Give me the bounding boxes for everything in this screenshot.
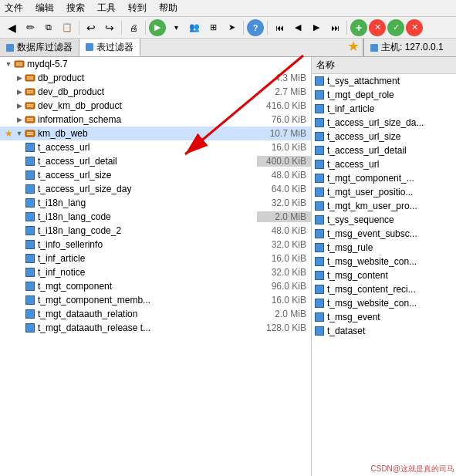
tree-item-t_access_url_detail[interactable]: t_access_url_detail 400.0 KiB — [0, 154, 311, 168]
toolbar-users-btn[interactable]: 👥 — [186, 19, 203, 36]
icon-t_inf_article — [25, 253, 35, 264]
toolbar-redo-btn[interactable]: ↪ — [101, 19, 118, 36]
right-item-t_inf_article[interactable]: t_inf_article — [312, 102, 456, 116]
right-item-icon — [315, 118, 324, 127]
tab-db-filter[interactable]: 数据库过滤器 — [0, 39, 79, 56]
toolbar-print-btn[interactable]: 🖨 — [125, 19, 142, 36]
tree-root[interactable]: ▼ mydql-5.7 — [0, 57, 311, 71]
right-item-t_access_url_size_da[interactable]: t_access_url_size_da... — [312, 116, 456, 130]
label-t_inf_notice: t_inf_notice — [38, 267, 257, 278]
tree-item-db_product[interactable]: ▶ db_product 4.3 MiB — [0, 71, 311, 85]
toolbar-paste-btn[interactable]: 📋 — [59, 19, 76, 36]
right-item-t_mgt_user_positio[interactable]: t_mgt_user_positio... — [312, 185, 456, 199]
right-item-t_mgt_km_user_pro[interactable]: t_mgt_km_user_pro... — [312, 199, 456, 213]
tree-item-t_info_sellerinfo[interactable]: t_info_sellerinfo 32.0 KiB — [0, 238, 311, 252]
tree-item-t_i18n_lang[interactable]: t_i18n_lang 32.0 KiB — [0, 196, 311, 210]
right-item-t_mgt_dept_role[interactable]: t_mgt_dept_role — [312, 88, 456, 102]
svg-rect-2 — [16, 65, 22, 66]
right-item-t_mgt_component_[interactable]: t_mgt_component_... — [312, 171, 456, 185]
toolbar-remove-btn[interactable]: ✕ — [369, 19, 386, 36]
right-item-t_msg_website_con2[interactable]: t_msg_website_con... — [312, 296, 456, 310]
right-item-label: t_sys_attachment — [327, 76, 400, 86]
tab-table-filter[interactable]: 表过滤器 — [79, 39, 140, 56]
size-t_mgt_component: 96.0 KiB — [257, 281, 311, 292]
tree-item-t_access_url_size_day[interactable]: t_access_url_size_day 64.0 KiB — [0, 182, 311, 196]
toggle-km_db_web[interactable]: ▼ — [14, 128, 25, 139]
tree-item-dev_db_product[interactable]: ▶ dev_db_product 2.7 MiB — [0, 85, 311, 99]
toolbar-dropdown-btn[interactable]: ▾ — [167, 19, 184, 36]
tab-table-filter-label: 表过滤器 — [96, 41, 133, 54]
right-item-icon — [315, 229, 324, 238]
toolbar-undo-btn[interactable]: ↩ — [83, 19, 100, 36]
toolbar-nav-prev-btn[interactable]: ◀ — [289, 19, 306, 36]
toolbar-nav-first-btn[interactable]: ⏮ — [271, 19, 288, 36]
tree-item-t_mgt_component_memb[interactable]: t_mgt_component_memb... 16.0 KiB — [0, 293, 311, 307]
toolbar-nav-last-btn[interactable]: ⏭ — [326, 19, 343, 36]
menu-help[interactable]: 帮助 — [157, 2, 179, 15]
tree-item-t_mgt_dataauth_release_t[interactable]: t_mgt_dataauth_release t... 128.0 KiB — [0, 321, 311, 335]
toolbar-close-btn[interactable]: ✕ — [406, 19, 423, 36]
toggle-information_schema[interactable]: ▶ — [14, 114, 25, 125]
right-item-t_msg_website_con[interactable]: t_msg_website_con... — [312, 255, 456, 268]
tree-item-t_access_url_size[interactable]: t_access_url_size 48.0 KiB — [0, 168, 311, 182]
icon-t_inf_notice — [25, 267, 35, 278]
toggle-dev_km_db_product[interactable]: ▶ — [14, 100, 25, 111]
right-item-t_sys_attachment[interactable]: t_sys_attachment — [312, 74, 456, 88]
host-text: 主机: 127.0.0.1 — [381, 41, 444, 54]
tree-item-km_db_web[interactable]: ★ ▼ km_db_web 10.7 MiB — [0, 127, 311, 140]
tree-item-t_inf_notice[interactable]: t_inf_notice 32.0 KiB — [0, 265, 311, 279]
menu-tools[interactable]: 工具 — [96, 2, 117, 15]
toolbar-pencil-btn[interactable]: ✏ — [22, 19, 39, 36]
right-item-t_msg_content_reci[interactable]: t_msg_content_reci... — [312, 282, 456, 296]
root-icon — [14, 59, 25, 69]
icon-t_access_url — [25, 142, 35, 153]
right-item-t_access_url_detail[interactable]: t_access_url_detail — [312, 143, 456, 157]
tree-item-t_i18n_lang_code[interactable]: t_i18n_lang_code 2.0 MiB — [0, 210, 311, 224]
right-item-t_msg_event_subsc[interactable]: t_msg_event_subsc... — [312, 227, 456, 241]
sep4 — [243, 21, 244, 35]
icon-t_access_url_size — [25, 170, 35, 181]
toggle-dev_db_product[interactable]: ▶ — [14, 86, 25, 97]
toolbar-play-btn[interactable]: ▶ — [149, 19, 166, 36]
tree-item-information_schema[interactable]: ▶ information_schema 76.0 KiB — [0, 113, 311, 127]
tab-star-icon[interactable]: ★ — [344, 37, 363, 55]
tree-item-t_mgt_dataauth_relation[interactable]: t_mgt_dataauth_relation 2.0 MiB — [0, 307, 311, 321]
tree-item-t_mgt_component[interactable]: t_mgt_component 96.0 KiB — [0, 279, 311, 293]
tree-item-t_inf_article[interactable]: t_inf_article 16.0 KiB — [0, 252, 311, 265]
toolbar-nav-next-btn[interactable]: ▶ — [308, 19, 325, 36]
icon-t_access_url_detail — [25, 156, 35, 167]
toggle-db_product[interactable]: ▶ — [14, 73, 25, 83]
right-item-t_dataset[interactable]: t_dataset — [312, 324, 456, 338]
icon-db_product — [25, 73, 35, 83]
menu-edit[interactable]: 编辑 — [34, 2, 56, 15]
toolbar-arrow-btn[interactable]: ◀ — [3, 19, 20, 36]
tree-item-dev_km_db_product[interactable]: ▶ dev_km_db_product 416.0 KiB — [0, 99, 311, 113]
right-item-t_access_url[interactable]: t_access_url — [312, 157, 456, 171]
toolbar-add-btn[interactable]: + — [350, 19, 367, 36]
right-item-t_sys_sequence[interactable]: t_sys_sequence — [312, 213, 456, 227]
right-list[interactable]: t_sys_attachment t_mgt_dept_role t_inf_a… — [312, 74, 456, 476]
menu-goto[interactable]: 转到 — [127, 2, 148, 15]
svg-rect-16 — [27, 132, 33, 133]
host-icon — [370, 44, 378, 52]
right-item-t_msg_event[interactable]: t_msg_event — [312, 310, 456, 324]
sep5 — [267, 21, 268, 35]
menu-search[interactable]: 搜索 — [65, 2, 86, 15]
tree-area[interactable]: ▼ mydql-5.7 ▶ db_product 4.3 MiB ▶ — [0, 57, 311, 476]
label-dev_db_product: dev_db_product — [38, 86, 257, 97]
tab-bar-area: 数据库过滤器 表过滤器 ★ 主机: 127.0.0.1 — [0, 39, 456, 57]
toolbar-help-btn[interactable]: ? — [247, 19, 264, 36]
icon-dev_km_db_product — [25, 100, 35, 111]
right-item-t_msg_content[interactable]: t_msg_content — [312, 268, 456, 282]
toolbar-arrow-right-btn[interactable]: ➤ — [223, 19, 240, 36]
svg-rect-5 — [27, 79, 33, 80]
root-toggle[interactable]: ▼ — [3, 59, 14, 69]
toolbar-check-btn[interactable]: ✓ — [387, 19, 404, 36]
toolbar-copy-btn[interactable]: ⧉ — [40, 19, 57, 36]
menu-file[interactable]: 文件 — [3, 2, 25, 15]
right-item-t_access_url_size[interactable]: t_access_url_size — [312, 130, 456, 143]
toolbar-grid-btn[interactable]: ⊞ — [204, 19, 221, 36]
right-item-t_msg_rule[interactable]: t_msg_rule — [312, 241, 456, 255]
tree-item-t_access_url[interactable]: t_access_url 16.0 KiB — [0, 140, 311, 154]
tree-item-t_i18n_lang_code_2[interactable]: t_i18n_lang_code_2 48.0 KiB — [0, 224, 311, 238]
